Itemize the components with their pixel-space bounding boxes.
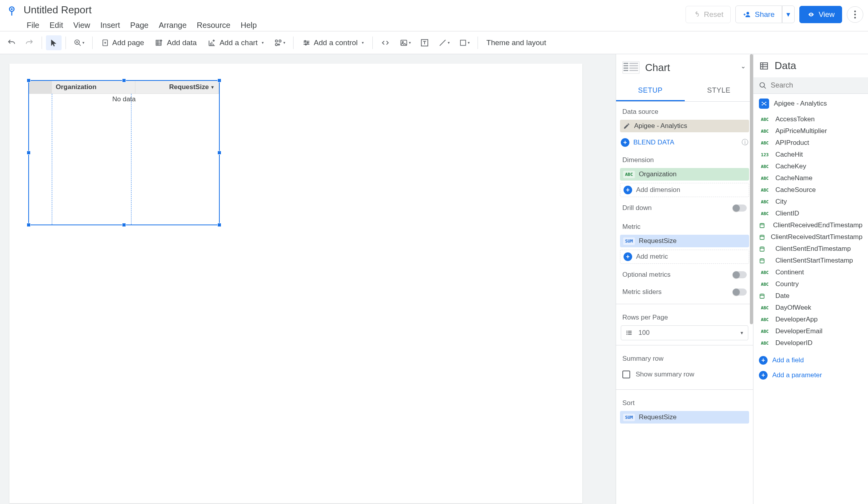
- resize-handle[interactable]: [27, 79, 31, 82]
- drill-down-toggle[interactable]: [733, 205, 747, 212]
- resize-handle[interactable]: [122, 79, 126, 82]
- share-dropdown-button[interactable]: ▾: [782, 5, 795, 23]
- line-button[interactable]: ▾: [434, 35, 454, 50]
- embed-button[interactable]: [377, 36, 394, 49]
- sort-chip[interactable]: SUM RequestSize: [620, 411, 749, 424]
- field-row[interactable]: 123CacheHit: [753, 149, 868, 161]
- blend-data-button[interactable]: + BLEND DATA ⓘ: [616, 135, 753, 150]
- field-search[interactable]: [753, 77, 868, 94]
- data-source-row[interactable]: Apigee - Analytics: [753, 94, 868, 113]
- add-data-button[interactable]: Add data: [150, 35, 201, 50]
- field-name: Country: [775, 280, 799, 288]
- field-row[interactable]: ABCContinent: [753, 267, 868, 278]
- menu-file[interactable]: File: [22, 18, 44, 32]
- resize-handle[interactable]: [217, 79, 221, 82]
- add-control-button[interactable]: Add a control ▾: [297, 35, 368, 50]
- tab-setup[interactable]: SETUP: [616, 81, 685, 101]
- show-summary-row[interactable]: Show summary row: [616, 367, 753, 386]
- metric-sliders-toggle[interactable]: [733, 289, 747, 296]
- field-row[interactable]: ABCDeveloperID: [753, 337, 868, 349]
- table-dimension-header[interactable]: Organization: [52, 81, 135, 94]
- checkbox[interactable]: [622, 371, 630, 378]
- svg-point-6: [854, 16, 856, 18]
- metric-chip[interactable]: SUM RequestSize: [620, 235, 749, 247]
- canvas-page[interactable]: Organization RequestSize ▼ No data: [9, 64, 582, 503]
- info-icon[interactable]: ⓘ: [742, 138, 748, 147]
- chevron-down-icon[interactable]: [740, 65, 747, 70]
- selection-tool[interactable]: [46, 35, 62, 50]
- field-row[interactable]: ClientSentEndTimestamp: [753, 243, 868, 255]
- add-metric-button[interactable]: + Add metric: [620, 250, 749, 264]
- field-row[interactable]: ABCCacheSource: [753, 184, 868, 196]
- rows-per-page-select[interactable]: 100 ▼: [621, 325, 748, 340]
- field-row[interactable]: ABCCacheName: [753, 172, 868, 184]
- field-row[interactable]: ABCDayOfWeek: [753, 302, 868, 314]
- menu-arrange[interactable]: Arrange: [154, 18, 191, 32]
- summary-row-label: Summary row: [616, 349, 753, 367]
- field-row[interactable]: ABCAPIProduct: [753, 137, 868, 149]
- menu-resource[interactable]: Resource: [192, 18, 235, 32]
- add-dimension-button[interactable]: + Add dimension: [620, 183, 749, 197]
- more-options-button[interactable]: [847, 6, 863, 23]
- shape-button[interactable]: ▾: [455, 36, 474, 50]
- selected-chart[interactable]: Organization RequestSize ▼ No data: [28, 80, 220, 225]
- add-page-button[interactable]: Add page: [97, 35, 149, 51]
- app-logo: [5, 4, 19, 18]
- menu-help[interactable]: Help: [236, 18, 261, 32]
- field-row[interactable]: ABCDeveloperApp: [753, 314, 868, 325]
- canvas-area[interactable]: Organization RequestSize ▼ No data: [0, 54, 616, 504]
- community-viz-button[interactable]: ▾: [270, 35, 289, 50]
- redo-button[interactable]: [21, 35, 38, 50]
- undo-arrow-icon: [693, 11, 701, 18]
- menu-view[interactable]: View: [69, 18, 95, 32]
- view-button[interactable]: View: [799, 6, 842, 23]
- chart-tabs: SETUP STYLE: [616, 81, 753, 102]
- field-row[interactable]: ClientSentStartTimestamp: [753, 255, 868, 267]
- theme-layout-button[interactable]: Theme and layout: [482, 35, 551, 50]
- text-type-badge: ABC: [759, 164, 771, 169]
- reset-button[interactable]: Reset: [686, 6, 731, 23]
- chart-plus-icon: [208, 38, 216, 47]
- optional-metrics-toggle[interactable]: [733, 271, 747, 278]
- field-row[interactable]: ABCCountry: [753, 278, 868, 290]
- field-row[interactable]: ABCCacheKey: [753, 161, 868, 172]
- dimension-chip[interactable]: ABC Organization: [620, 168, 749, 181]
- chart-panel-header[interactable]: Chart: [616, 54, 753, 81]
- field-row[interactable]: ClientReceivedStartTimestamp: [753, 231, 868, 243]
- data-source-label: Data source: [616, 102, 753, 120]
- image-button[interactable]: ▾: [396, 36, 415, 50]
- table-metric-header[interactable]: RequestSize ▼: [135, 81, 219, 94]
- field-name: AccessToken: [775, 115, 815, 123]
- tab-style[interactable]: STYLE: [685, 81, 753, 101]
- scrollbar[interactable]: [750, 54, 753, 324]
- add-chart-button[interactable]: Add a chart ▾: [203, 35, 268, 50]
- share-button[interactable]: Share: [735, 5, 782, 23]
- menu-insert[interactable]: Insert: [96, 18, 125, 32]
- svg-rect-30: [628, 331, 631, 332]
- undo-button[interactable]: [3, 35, 20, 50]
- toolbar: ▾ Add page Add data Add a chart ▾ ▾ Add …: [0, 31, 868, 54]
- text-button[interactable]: [416, 35, 433, 50]
- menu-page[interactable]: Page: [126, 18, 153, 32]
- data-panel: Data Apigee - Analytics ABCAccessTokenAB…: [753, 54, 868, 504]
- chevron-down-icon: ▾: [262, 40, 264, 45]
- add-field-button[interactable]: + Add a field: [753, 353, 868, 368]
- field-row[interactable]: ABCClientID: [753, 208, 868, 219]
- field-row[interactable]: ABCAccessToken: [753, 113, 868, 125]
- field-row[interactable]: Date: [753, 290, 868, 302]
- field-row[interactable]: ABCCity: [753, 196, 868, 208]
- optional-metrics-row: Optional metrics: [616, 266, 753, 283]
- field-row[interactable]: ClientReceivedEndTimestamp: [753, 219, 868, 231]
- eye-icon: [807, 11, 815, 18]
- menu-edit[interactable]: Edit: [45, 18, 67, 32]
- calendar-icon: [759, 222, 768, 228]
- report-title[interactable]: Untitled Report: [22, 3, 686, 17]
- field-row[interactable]: ABCApiPriceMultiplier: [753, 125, 868, 137]
- field-name: APIProduct: [775, 139, 809, 147]
- add-parameter-button[interactable]: + Add a parameter: [753, 368, 868, 383]
- search-input[interactable]: [771, 81, 863, 89]
- data-source-chip[interactable]: Apigee - Analytics: [620, 120, 749, 132]
- zoom-tool[interactable]: ▾: [70, 36, 88, 50]
- field-row[interactable]: ABCDeveloperEmail: [753, 325, 868, 337]
- svg-rect-35: [760, 63, 768, 69]
